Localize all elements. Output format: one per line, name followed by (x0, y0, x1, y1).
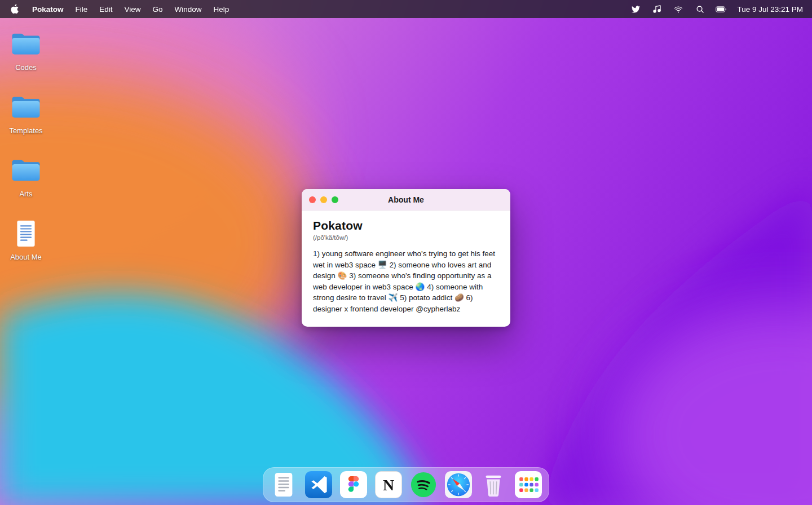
profile-pronunciation: (/pō'kä/tōw/) (313, 234, 499, 241)
zoom-button[interactable] (332, 196, 338, 203)
safari-app-icon[interactable] (445, 471, 472, 498)
window-body: Pokatow (/pō'kä/tōw/) 1) young software … (302, 210, 510, 327)
folder-icon (10, 152, 42, 188)
desktop-item-label: Templates (9, 126, 42, 135)
close-button[interactable] (309, 196, 316, 203)
desktop-icon-column: Codes Templates Arts (3, 26, 48, 279)
desktop-item-templates[interactable]: Templates (3, 89, 48, 152)
window-titlebar[interactable]: About Me (302, 189, 510, 210)
desktop-item-arts[interactable]: Arts (3, 152, 48, 216)
menu-window[interactable]: Window (175, 5, 202, 14)
profile-name: Pokatow (313, 219, 499, 232)
about-me-window: About Me Pokatow (/pō'kä/tōw/) 1) young … (302, 189, 510, 327)
minimize-button[interactable] (320, 196, 327, 203)
wifi-icon[interactable] (673, 4, 684, 14)
notion-app-icon[interactable]: N (375, 471, 402, 498)
apple-menu-icon[interactable] (9, 4, 20, 14)
spotify-app-icon[interactable] (410, 471, 437, 498)
app-menu-pokatow[interactable]: Pokatow (32, 5, 64, 14)
menu-view[interactable]: View (125, 5, 141, 14)
menu-help[interactable]: Help (214, 5, 230, 14)
music-icon[interactable] (651, 4, 663, 14)
desktop-item-about-me[interactable]: About Me (3, 216, 48, 279)
menu-bar: Pokatow File Edit View Go Window Help (0, 0, 812, 18)
menu-go[interactable]: Go (153, 5, 163, 14)
profile-bio: 1) young software engineer who's trying … (313, 248, 499, 314)
svg-text:N: N (383, 476, 394, 494)
desktop: Pokatow File Edit View Go Window Help (0, 0, 812, 505)
battery-icon[interactable] (716, 4, 727, 14)
twitter-icon[interactable] (630, 4, 641, 14)
menu-clock[interactable]: Tue 9 Jul 23:21 PM (737, 5, 803, 14)
traffic-lights (309, 196, 338, 203)
folder-icon (10, 89, 42, 125)
dock: N (263, 467, 549, 502)
vscode-app-icon[interactable] (305, 471, 332, 498)
menu-edit[interactable]: Edit (99, 5, 112, 14)
document-icon (14, 216, 38, 252)
figma-app-icon[interactable] (340, 471, 367, 498)
menu-file[interactable]: File (76, 5, 88, 14)
search-icon[interactable] (694, 4, 705, 14)
launchpad-icon[interactable] (515, 471, 542, 498)
desktop-item-label: Arts (19, 190, 32, 198)
notes-app-icon[interactable] (270, 471, 297, 498)
desktop-item-codes[interactable]: Codes (3, 26, 48, 89)
desktop-item-label: About Me (10, 253, 42, 261)
trash-icon[interactable] (480, 471, 507, 498)
folder-icon (10, 26, 42, 62)
desktop-item-label: Codes (15, 63, 37, 72)
